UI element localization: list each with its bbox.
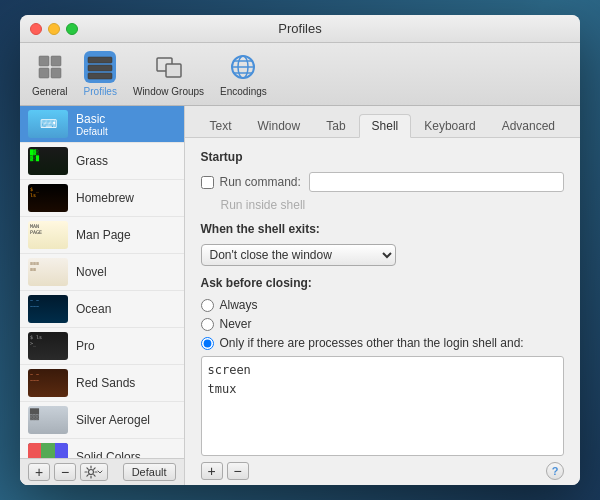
profile-thumb-novel: ≡≡≡≡≡ (28, 258, 68, 286)
profile-name-novel: Novel (76, 265, 176, 279)
profile-item-novel[interactable]: ≡≡≡≡≡ Novel (20, 254, 184, 291)
run-command-row: Run command: (201, 172, 565, 192)
toolbar-window-groups[interactable]: Window Groups (133, 51, 204, 97)
radio-only[interactable] (201, 337, 214, 350)
title-bar: Profiles (20, 15, 580, 43)
processes-toolbar: + − ? (201, 462, 565, 480)
run-inside-shell-label: Run inside shell (221, 198, 565, 212)
profile-thumb-silveraerogel: ███▓▓▓ (28, 406, 68, 434)
tab-advanced[interactable]: Advanced (489, 114, 568, 138)
profile-list: ⌨ Basic Default █▓░▓░█ Grass (20, 106, 184, 458)
shell-panel: Startup Run command: Run inside shell Wh… (185, 138, 581, 485)
profile-name-ocean: Ocean (76, 302, 176, 316)
tab-shell[interactable]: Shell (359, 114, 412, 138)
profile-item-pro[interactable]: $ ls>_ Pro (20, 328, 184, 365)
profile-item-solidcolors[interactable]: Solid Colors (20, 439, 184, 458)
toolbar-encodings[interactable]: Encodings (220, 51, 267, 97)
profiles-label: Profiles (84, 86, 117, 97)
profile-info-ocean: Ocean (76, 302, 176, 316)
profile-thumb-pro: $ ls>_ (28, 332, 68, 360)
right-panel: Text Window Tab Shell Keyboard Advanced … (185, 106, 581, 485)
tab-text[interactable]: Text (197, 114, 245, 138)
gear-menu-button[interactable] (80, 463, 108, 481)
profile-info-grass: Grass (76, 154, 176, 168)
toolbar: General Profiles Window Groups (20, 43, 580, 106)
profile-thumb-manpage: MANPAGE (28, 221, 68, 249)
radio-never[interactable] (201, 318, 214, 331)
run-command-label: Run command: (220, 175, 301, 189)
svg-rect-4 (88, 57, 112, 63)
minimize-button[interactable] (48, 23, 60, 35)
profile-name-manpage: Man Page (76, 228, 176, 242)
maximize-button[interactable] (66, 23, 78, 35)
profile-thumb-basic: ⌨ (28, 110, 68, 138)
radio-only-row: Only if there are processes other than t… (201, 336, 565, 350)
tab-keyboard[interactable]: Keyboard (411, 114, 488, 138)
shell-exits-select[interactable]: Don't close the windowClose if the shell… (201, 244, 396, 266)
profile-name-grass: Grass (76, 154, 176, 168)
profile-item-ocean[interactable]: ~ ~~~~ Ocean (20, 291, 184, 328)
profile-item-homebrew[interactable]: $ _ls Homebrew (20, 180, 184, 217)
add-process-button[interactable]: + (201, 462, 223, 480)
general-icon (34, 51, 66, 83)
encodings-label: Encodings (220, 86, 267, 97)
profiles-icon (84, 51, 116, 83)
toolbar-profiles[interactable]: Profiles (84, 51, 117, 97)
startup-title: Startup (201, 150, 565, 164)
processes-box: screen tmux (201, 356, 565, 456)
profile-name-homebrew: Homebrew (76, 191, 176, 205)
radio-always[interactable] (201, 299, 214, 312)
toolbar-general[interactable]: General (32, 51, 68, 97)
window-groups-label: Window Groups (133, 86, 204, 97)
profile-info-manpage: Man Page (76, 228, 176, 242)
profiles-window: Profiles General Profi (20, 15, 580, 485)
remove-profile-button[interactable]: − (54, 463, 76, 481)
shell-exits-title: When the shell exits: (201, 222, 565, 236)
svg-rect-3 (51, 68, 61, 78)
run-command-input[interactable] (309, 172, 564, 192)
shell-exits-section: When the shell exits: Don't close the wi… (201, 222, 565, 266)
profile-sub-basic: Default (76, 126, 176, 137)
profile-info-redsands: Red Sands (76, 376, 176, 390)
shell-exits-row: Don't close the windowClose if the shell… (201, 244, 565, 266)
run-command-checkbox[interactable] (201, 176, 214, 189)
profile-thumb-redsands: ~ ~~~~ (28, 369, 68, 397)
profile-info-pro: Pro (76, 339, 176, 353)
profile-info-solidcolors: Solid Colors (76, 450, 176, 458)
traffic-lights (30, 23, 78, 35)
profile-thumb-grass: █▓░▓░█ (28, 147, 68, 175)
tab-tab[interactable]: Tab (313, 114, 358, 138)
profile-thumb-homebrew: $ _ls (28, 184, 68, 212)
profile-name-basic: Basic (76, 112, 176, 126)
profile-item-basic[interactable]: ⌨ Basic Default (20, 106, 184, 143)
process-tmux: tmux (208, 380, 558, 399)
tabs-bar: Text Window Tab Shell Keyboard Advanced (185, 106, 581, 138)
svg-point-14 (89, 470, 94, 475)
profile-item-redsands[interactable]: ~ ~~~~ Red Sands (20, 365, 184, 402)
profile-item-grass[interactable]: █▓░▓░█ Grass (20, 143, 184, 180)
process-screen: screen (208, 361, 558, 380)
main-content: ⌨ Basic Default █▓░▓░█ Grass (20, 106, 580, 485)
profile-item-manpage[interactable]: MANPAGE Man Page (20, 217, 184, 254)
profile-thumb-solidcolors (28, 443, 68, 458)
profile-info-homebrew: Homebrew (76, 191, 176, 205)
profile-name-redsands: Red Sands (76, 376, 176, 390)
profile-item-silveraerogel[interactable]: ███▓▓▓ Silver Aerogel (20, 402, 184, 439)
profile-name-pro: Pro (76, 339, 176, 353)
sidebar: ⌨ Basic Default █▓░▓░█ Grass (20, 106, 185, 485)
profile-info-basic: Basic Default (76, 112, 176, 137)
radio-only-label: Only if there are processes other than t… (220, 336, 524, 350)
general-label: General (32, 86, 68, 97)
add-profile-button[interactable]: + (28, 463, 50, 481)
svg-rect-6 (88, 73, 112, 79)
close-button[interactable] (30, 23, 42, 35)
remove-process-button[interactable]: − (227, 462, 249, 480)
svg-rect-1 (51, 56, 61, 66)
profile-name-silveraerogel: Silver Aerogel (76, 413, 176, 427)
tab-window[interactable]: Window (245, 114, 314, 138)
radio-never-row: Never (201, 317, 565, 331)
radio-never-label: Never (220, 317, 252, 331)
default-button[interactable]: Default (123, 463, 176, 481)
help-button[interactable]: ? (546, 462, 564, 480)
profile-thumb-ocean: ~ ~~~~ (28, 295, 68, 323)
